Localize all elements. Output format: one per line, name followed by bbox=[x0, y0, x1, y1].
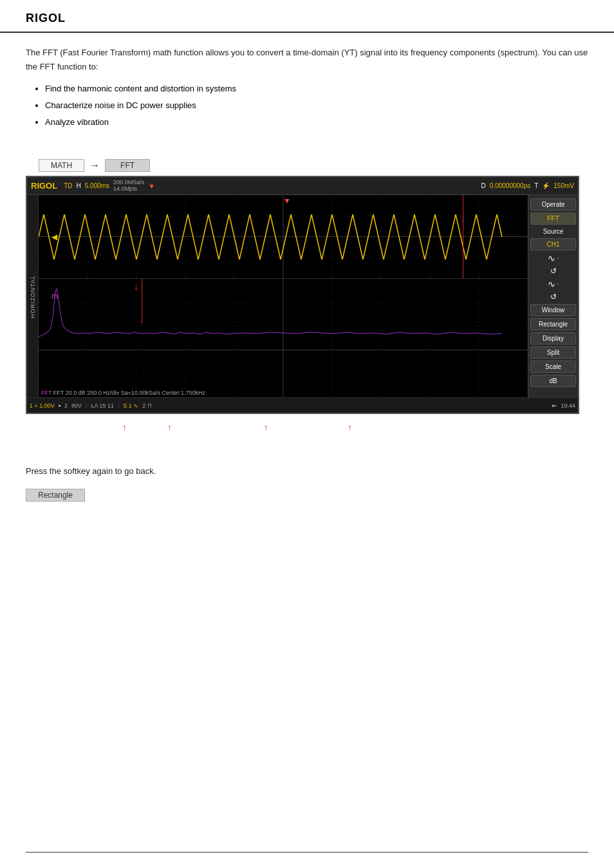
page-footer bbox=[26, 852, 588, 855]
lower-grid bbox=[39, 279, 528, 397]
bullet-3: Analyze vibration bbox=[45, 114, 588, 131]
scope-center: ◀ ▼ ↓ bbox=[39, 195, 528, 397]
sine-icon-1: ∿ bbox=[548, 253, 555, 263]
fft-status-line: FFT FFT 20.0 dB 250.0 Hz/div Sa=10.00kSa… bbox=[41, 390, 205, 396]
bullet-list: Find the harmonic content and distortion… bbox=[45, 80, 588, 131]
fft-button[interactable]: FFT bbox=[530, 212, 576, 225]
h-value: 5.000ms bbox=[85, 182, 109, 189]
page-header: RIGOL bbox=[0, 0, 614, 33]
fft-params: FFT 20.0 dB 250.0 Hz/div Sa=10.00kSa/s C… bbox=[53, 390, 205, 396]
ch2-val: 80V bbox=[71, 402, 82, 409]
s-status: S 1 ∿ bbox=[123, 402, 138, 409]
source-label: Source bbox=[530, 227, 576, 236]
split-button[interactable]: Split bbox=[530, 346, 576, 359]
scope-bottombar: 1 = 1.00V ▪ 2 80V | LA 15 11 | S 1 ∿ 2 ⊓… bbox=[27, 397, 578, 413]
fft-label: FFT bbox=[41, 390, 51, 396]
bullet-2: Characterize noise in DC power supplies bbox=[45, 97, 588, 114]
ch1-marker: ◀ bbox=[51, 232, 57, 241]
lower-rectangle-box[interactable]: Rectangle bbox=[26, 489, 85, 502]
red-down-arrow-lower: ↓ bbox=[134, 281, 138, 292]
sample-info: 200.0MSa/s 14.0Mpts bbox=[113, 180, 144, 193]
upper-grid bbox=[39, 195, 528, 278]
fft-waveform bbox=[39, 288, 502, 337]
display-button[interactable]: Display bbox=[530, 332, 576, 344]
ch1-waveform bbox=[39, 214, 502, 259]
db-button[interactable]: dB bbox=[530, 375, 576, 387]
red-down-arrow-upper: ↓ bbox=[461, 213, 465, 223]
undo-icon-2[interactable]: ↺ bbox=[550, 292, 557, 301]
separator-2: | bbox=[86, 402, 87, 409]
bullet-1: Find the harmonic content and distortion… bbox=[45, 80, 588, 97]
trigger-icon: ▼ bbox=[148, 182, 155, 190]
arrow-navigation-row: MATH → FFT bbox=[39, 159, 614, 172]
dot-separator-2 bbox=[557, 283, 559, 285]
ch2-status: 2 bbox=[64, 402, 68, 409]
up-arrow-1: ↑ bbox=[122, 422, 127, 432]
operate-button[interactable]: Operate bbox=[530, 198, 576, 211]
math-button-box[interactable]: MATH bbox=[39, 159, 84, 172]
fft-button-box[interactable]: FFT bbox=[105, 159, 150, 172]
ch-icon: ⚡ bbox=[542, 182, 550, 189]
undo-icon-row-2: ↺ bbox=[528, 291, 578, 303]
intro-text: The FFT (Fast Fourier Transform) math fu… bbox=[26, 46, 588, 74]
trigger-position-marker: ▼ bbox=[283, 196, 291, 205]
arrow-right-icon: → bbox=[89, 160, 100, 171]
time-display: 19.44 bbox=[561, 402, 575, 409]
annotation-arrows: ↑ ↑ ↑ ↑ bbox=[26, 419, 588, 458]
scale-button[interactable]: Scale bbox=[530, 361, 576, 373]
scope-topbar: RIGOL TD H 5.000ms 200.0MSa/s 14.0Mpts ▼… bbox=[27, 177, 578, 195]
content-area: The FFT (Fast Fourier Transform) math fu… bbox=[0, 33, 614, 150]
undo-icon-row-1: ↺ bbox=[528, 265, 578, 277]
la-status: LA 15 11 bbox=[91, 402, 114, 409]
sine-icon-row: ∿ bbox=[528, 252, 578, 265]
up-arrow-3: ↑ bbox=[264, 422, 268, 432]
oscilloscope-screen: RIGOL TD H 5.000ms 200.0MSa/s 14.0Mpts ▼… bbox=[26, 176, 579, 414]
lower-fft-panel: m ↓ FFT FFT 20.0 dB 250.0 Hz/div Sa=10.0… bbox=[39, 279, 528, 397]
dot-separator bbox=[557, 258, 559, 259]
lower-content: Press the softkey again to go back. Rect… bbox=[0, 458, 614, 538]
annot-arrow-2: ↑ bbox=[167, 422, 172, 432]
d-label: D bbox=[481, 182, 486, 189]
brand-logo: RIGOL bbox=[26, 12, 66, 25]
annot-arrow-1: ↑ bbox=[122, 422, 127, 432]
fft-marker: m bbox=[51, 292, 58, 301]
ch1-mv: 150mV bbox=[554, 182, 574, 189]
ch1-status: 1 = 1.00V bbox=[30, 402, 55, 409]
horizontal-label: HORIZONTAL bbox=[27, 195, 39, 397]
undo-icon-1[interactable]: ↺ bbox=[550, 267, 557, 276]
ch1-select[interactable]: CH1 bbox=[530, 238, 576, 250]
td-label: TD bbox=[64, 182, 72, 189]
annot-arrow-4: ↑ bbox=[348, 422, 352, 432]
d-value: 0.00000000ps bbox=[490, 182, 530, 189]
scope-right-menu: Operate FFT Source CH1 ∿ ↺ ∿ ↺ Window Re… bbox=[528, 195, 578, 397]
t-label: T bbox=[534, 182, 538, 189]
upper-waveform-panel: ◀ ▼ ↓ bbox=[39, 195, 528, 279]
up-arrow-4: ↑ bbox=[348, 422, 352, 432]
annot-arrow-3: ↑ bbox=[264, 422, 268, 432]
lower-text-2 bbox=[26, 511, 588, 525]
connection-icon: ⇐ bbox=[552, 402, 557, 409]
up-arrow-2: ↑ bbox=[167, 422, 172, 432]
rectangle-button[interactable]: Rectangle bbox=[530, 318, 576, 330]
scope-logo: RIGOL bbox=[31, 181, 57, 191]
sine-icon-2: ∿ bbox=[548, 279, 555, 289]
lower-text-1: Press the softkey again to go back. bbox=[26, 464, 588, 478]
h-label: H bbox=[77, 182, 81, 189]
window-button[interactable]: Window bbox=[530, 304, 576, 316]
ch2-sig: 2 ⊓ bbox=[142, 402, 152, 409]
separator-1: ▪ bbox=[59, 402, 60, 409]
red-cursor-lower bbox=[142, 279, 142, 324]
red-cursor-upper bbox=[463, 195, 463, 278]
scope-main: HORIZONTAL bbox=[27, 195, 578, 397]
sine-icon-row-2: ∿ bbox=[528, 278, 578, 290]
separator-3: | bbox=[118, 402, 119, 409]
